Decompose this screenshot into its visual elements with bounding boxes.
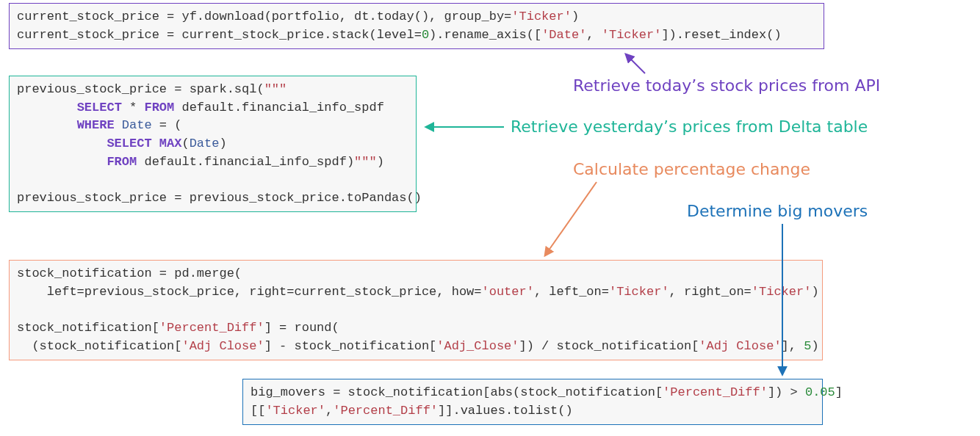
diagram-stage: current_stock_price = yf.download(portfo… [0, 0, 980, 436]
label-yesterday-delta: Retrieve yesterday’s prices from Delta t… [511, 117, 868, 136]
arrow-purple [626, 54, 645, 73]
code-block-percent-change: stock_notification = pd.merge( left=prev… [9, 260, 823, 360]
arrow-coral [545, 182, 597, 255]
label-percent-change: Calculate percentage change [573, 160, 810, 178]
code-block-yesterday-delta: previous_stock_price = spark.sql(""" SEL… [9, 76, 417, 212]
label-today-api: Retrieve today’s stock prices from API [573, 76, 880, 95]
label-big-movers: Determine big movers [687, 202, 868, 220]
code-block-today-api: current_stock_price = yf.download(portfo… [9, 3, 824, 49]
code-block-big-movers: big_movers = stock_notification[abs(stoc… [242, 379, 823, 425]
